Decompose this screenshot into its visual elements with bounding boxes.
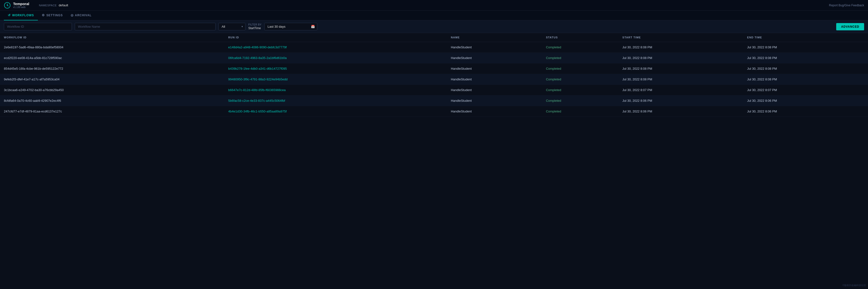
nav-item-workflows[interactable]: ↺ WORKFLOWS: [4, 11, 38, 20]
namespace-label: NAMESPACE: [39, 4, 57, 7]
top-nav: Temporal v1.130 web NAMESPACE default Re…: [0, 0, 868, 11]
cell-start-time: Jul 30, 2022 8:06 PM: [618, 106, 743, 117]
run-id-link[interactable]: b6647e7c-812d-48fd-85fb-f60365988cea: [228, 88, 285, 92]
cell-run-id: 4b4e1d30-34fb-46c1-b550-a85aa89a975f: [224, 106, 447, 117]
col-header-end-time: END TIME: [743, 33, 868, 42]
advanced-button[interactable]: ADVANCED: [836, 23, 864, 30]
col-header-start-time: START TIME: [618, 33, 743, 42]
workflows-table: WORKFLOW ID RUN ID NAME STATUS START TIM…: [0, 33, 868, 117]
col-header-name: NAME: [447, 33, 542, 42]
archival-icon: ◎: [71, 13, 73, 17]
cell-name: HandleStudent: [447, 42, 542, 53]
cell-workflow-id: 2e6e8197-5ad6-49aa-880a-bda90ef58004: [0, 42, 224, 53]
cell-end-time: Jul 30, 2022 8:06 PM: [743, 95, 868, 106]
namespace-value: default: [59, 3, 68, 7]
col-header-status: STATUS: [542, 33, 618, 42]
cell-workflow-id: 247cfd77-e7df-4879-81aa-ecd6137e127c: [0, 106, 224, 117]
brand-text: Temporal v1.130 web: [13, 2, 29, 9]
cell-workflow-id: 9efeb2f3-dfef-41e7-a17c-af7a5953ca04: [0, 74, 224, 85]
run-id-link[interactable]: b439b278-1fee-4db0-a341-d6b14727f095: [228, 67, 287, 70]
cell-name: HandleStudent: [447, 53, 542, 63]
run-id-link[interactable]: e148d4a2-a948-4086-9090-debfc3d7779f: [228, 46, 287, 49]
temporal-logo-icon: [4, 2, 11, 9]
nav-item-settings[interactable]: ⚙ SETTINGS: [38, 11, 67, 20]
cell-end-time: Jul 30, 2022 8:08 PM: [743, 74, 868, 85]
workflow-id-input[interactable]: [4, 23, 72, 30]
cell-workflow-id: 8cfdfa64-0a70-4c60-aab9-42907e2ec4f6: [0, 95, 224, 106]
nav-label-settings: SETTINGS: [46, 13, 63, 17]
cell-start-time: Jul 30, 2022 8:08 PM: [618, 74, 743, 85]
table-row[interactable]: 3c1bcaa6-e249-4702-ba30-a76cbb29a450b664…: [0, 85, 868, 95]
workflow-name-input[interactable]: [75, 23, 216, 30]
table-row[interactable]: 247cfd77-e7df-4879-81aa-ecd6137e127c4b4e…: [0, 106, 868, 117]
table-header: WORKFLOW ID RUN ID NAME STATUS START TIM…: [0, 33, 868, 42]
nav-item-archival[interactable]: ◎ ARCHIVAL: [67, 11, 96, 20]
namespace-area: NAMESPACE default: [39, 3, 68, 7]
cell-workflow-id: 3c1bcaa6-e249-4702-ba30-a76cbb29a450: [0, 85, 224, 95]
cell-start-time: Jul 30, 2022 8:07 PM: [618, 85, 743, 95]
table-row[interactable]: 8cfdfa64-0a70-4c60-aab9-42907e2ec4f65b6f…: [0, 95, 868, 106]
col-header-run-id: RUN ID: [224, 33, 447, 42]
cell-name: HandleStudent: [447, 63, 542, 74]
cell-run-id: b6647e7c-812d-48fd-85fb-f60365988cea: [224, 85, 447, 95]
report-bug-link[interactable]: Report Bug/Give Feedback: [829, 4, 864, 7]
cell-end-time: Jul 30, 2022 8:08 PM: [743, 42, 868, 53]
cell-end-time: Jul 30, 2022 8:06 PM: [743, 106, 868, 117]
nav-label-archival: ARCHIVAL: [75, 13, 92, 17]
cell-status: Completed: [542, 85, 618, 95]
cell-run-id: b439b278-1fee-4db0-a341-d6b14727f095: [224, 63, 447, 74]
table-header-row: WORKFLOW ID RUN ID NAME STATUS START TIM…: [0, 33, 868, 42]
cell-status: Completed: [542, 42, 618, 53]
status-select-wrapper: All Running Completed Failed Cancelled T…: [218, 23, 245, 30]
cell-end-time: Jul 30, 2022 8:08 PM: [743, 63, 868, 74]
logo-area: Temporal v1.130 web: [4, 2, 29, 9]
nav-label-workflows: WORKFLOWS: [12, 13, 34, 17]
cell-name: HandleStudent: [447, 85, 542, 95]
cell-workflow-id: 854d45e5-16fa-4cbe-961b-de595122e772: [0, 63, 224, 74]
table-row[interactable]: 2e6e8197-5ad6-49aa-880a-bda90ef58004e148…: [0, 42, 868, 53]
table-body: 2e6e8197-5ad6-49aa-880a-bda90ef58004e148…: [0, 42, 868, 117]
filters-row: All Running Completed Failed Cancelled T…: [0, 20, 868, 33]
cell-run-id: 06fca6d4-7192-4963-8a35-2a1bf6d61b0a: [224, 53, 447, 63]
table-row[interactable]: 854d45e5-16fa-4cbe-961b-de595122e772b439…: [0, 63, 868, 74]
cell-run-id: 5b6fac58-c2ce-4e33-837c-a445c5064fbf: [224, 95, 447, 106]
col-header-workflow-id: WORKFLOW ID: [0, 33, 224, 42]
filter-by-label: Filter by: [248, 23, 261, 26]
cell-start-time: Jul 30, 2022 8:06 PM: [618, 95, 743, 106]
cell-name: HandleStudent: [447, 95, 542, 106]
cell-name: HandleStudent: [447, 74, 542, 85]
cell-status: Completed: [542, 95, 618, 106]
brand-name: Temporal: [13, 2, 29, 6]
brand-version: v1.130 web: [13, 6, 29, 8]
cell-status: Completed: [542, 74, 618, 85]
cell-workflow-id: ecd2f220-ee08-414a-a5bb-81c728f590ac: [0, 53, 224, 63]
run-id-link[interactable]: 06fca6d4-7192-4963-8a35-2a1bf6d61b0a: [228, 56, 287, 60]
cell-run-id: e148d4a2-a948-4086-9090-debfc3d7779f: [224, 42, 447, 53]
date-range-wrapper: 📅: [264, 23, 317, 30]
run-id-link[interactable]: 5b6fac58-c2ce-4e33-837c-a445c5064fbf: [228, 99, 285, 103]
run-id-link[interactable]: 4b4e1d30-34fb-46c1-b550-a85aa89a975f: [228, 110, 287, 113]
date-range-input[interactable]: [264, 23, 317, 30]
settings-icon: ⚙: [42, 13, 45, 17]
cell-end-time: Jul 30, 2022 8:08 PM: [743, 53, 868, 63]
status-select[interactable]: All Running Completed Failed Cancelled T…: [218, 23, 245, 30]
cell-status: Completed: [542, 53, 618, 63]
table-row[interactable]: 9efeb2f3-dfef-41e7-a17c-af7a5953ca049948…: [0, 74, 868, 85]
cell-start-time: Jul 30, 2022 8:08 PM: [618, 42, 743, 53]
cell-start-time: Jul 30, 2022 8:08 PM: [618, 53, 743, 63]
cell-status: Completed: [542, 63, 618, 74]
run-id-link[interactable]: 99480950-3f9c-4791-88a3-9224e94b5edd: [228, 78, 287, 81]
filter-by-value: StartTime: [248, 26, 261, 30]
cell-name: HandleStudent: [447, 106, 542, 117]
filter-by-section: Filter by StartTime: [248, 23, 261, 30]
table-row[interactable]: ecd2f220-ee08-414a-a5bb-81c728f590ac06fc…: [0, 53, 868, 63]
secondary-nav: ↺ WORKFLOWS ⚙ SETTINGS ◎ ARCHIVAL: [0, 11, 868, 20]
cell-start-time: Jul 30, 2022 8:08 PM: [618, 63, 743, 74]
workflows-icon: ↺: [8, 13, 11, 17]
cell-run-id: 99480950-3f9c-4791-88a3-9224e94b5edd: [224, 74, 447, 85]
cell-end-time: Jul 30, 2022 8:07 PM: [743, 85, 868, 95]
top-nav-right: Report Bug/Give Feedback: [829, 3, 864, 7]
cell-status: Completed: [542, 106, 618, 117]
workflows-table-container: WORKFLOW ID RUN ID NAME STATUS START TIM…: [0, 33, 868, 117]
svg-point-1: [7, 5, 8, 6]
